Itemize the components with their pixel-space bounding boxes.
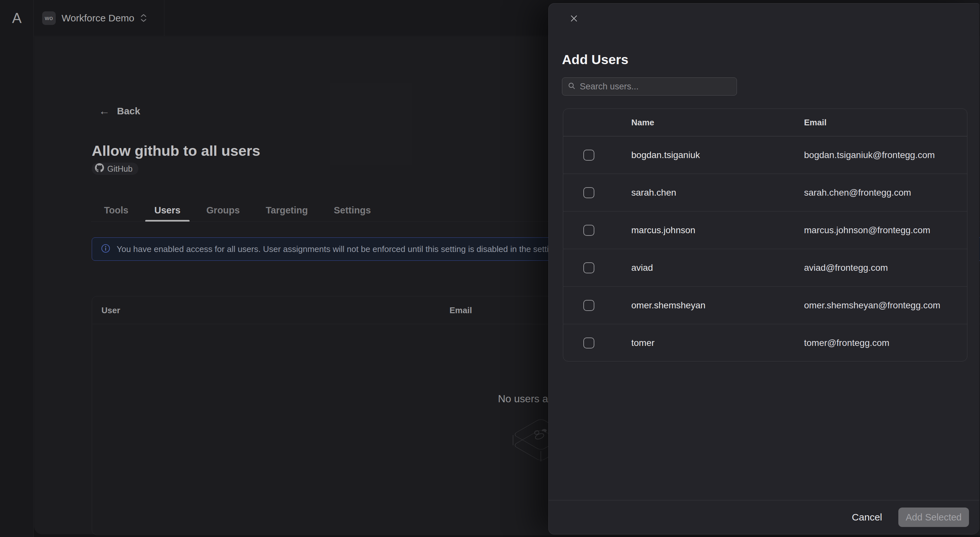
close-icon xyxy=(570,14,579,24)
user-row: tomer tomer@frontegg.com xyxy=(563,324,967,362)
column-header-email: Email xyxy=(804,109,826,137)
user-checkbox[interactable] xyxy=(583,149,594,160)
drawer-footer: Cancel Add Selected xyxy=(549,500,979,534)
add-users-table-header: Name Email xyxy=(563,109,967,137)
add-selected-button[interactable]: Add Selected xyxy=(898,508,969,527)
user-name: aviad xyxy=(631,249,653,287)
user-email: bogdan.tsiganiuk@frontegg.com xyxy=(804,137,935,174)
user-name: marcus.johnson xyxy=(631,211,695,249)
user-email: sarah.chen@frontegg.com xyxy=(804,174,911,211)
search-icon xyxy=(568,82,576,91)
search-box xyxy=(562,78,737,95)
drawer-title: Add Users xyxy=(562,52,628,67)
user-row: marcus.johnson marcus.johnson@frontegg.c… xyxy=(563,211,967,249)
user-name: omer.shemsheyan xyxy=(631,287,705,324)
cancel-button[interactable]: Cancel xyxy=(852,512,882,523)
user-checkbox[interactable] xyxy=(583,300,594,311)
app-window: wo Workforce Demo A xyxy=(0,0,980,537)
user-row: bogdan.tsiganiuk bogdan.tsiganiuk@fronte… xyxy=(563,137,967,174)
add-users-table: Name Email bogdan.tsiganiuk bogdan.tsiga… xyxy=(563,108,967,361)
user-name: bogdan.tsiganiuk xyxy=(631,137,700,174)
user-checkbox[interactable] xyxy=(583,225,594,236)
close-button[interactable] xyxy=(567,12,581,26)
user-row: aviad aviad@frontegg.com xyxy=(563,249,967,287)
user-row: sarah.chen sarah.chen@frontegg.com xyxy=(563,174,967,211)
column-header-name: Name xyxy=(631,109,654,137)
user-name: sarah.chen xyxy=(631,174,676,211)
user-checkbox[interactable] xyxy=(583,262,594,273)
add-users-drawer: Add Users Name Email bogdan.tsiganiuk bo… xyxy=(548,3,979,534)
user-name: tomer xyxy=(631,324,655,362)
user-email: tomer@frontegg.com xyxy=(804,324,889,362)
user-email: aviad@frontegg.com xyxy=(804,249,888,287)
user-checkbox[interactable] xyxy=(583,337,594,348)
user-checkbox[interactable] xyxy=(583,187,594,198)
user-row: omer.shemsheyan omer.shemsheyan@frontegg… xyxy=(563,287,967,324)
user-email: omer.shemsheyan@frontegg.com xyxy=(804,287,940,324)
user-email: marcus.johnson@frontegg.com xyxy=(804,211,931,249)
search-input[interactable] xyxy=(580,78,737,95)
